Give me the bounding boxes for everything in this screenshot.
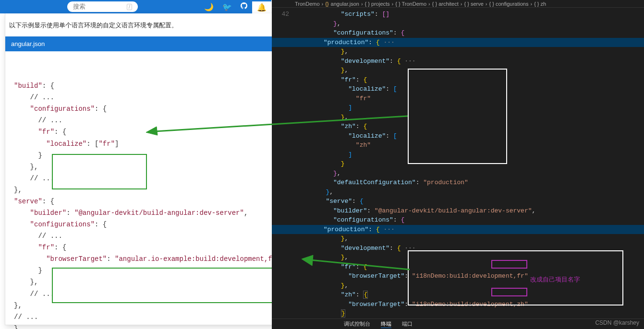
code-tab-label: angular.json: [11, 40, 45, 47]
arrow-1: [146, 113, 410, 137]
magenta-box-1: [491, 260, 527, 269]
tok: // ...: [30, 290, 54, 298]
search-shortcut: /: [127, 4, 132, 10]
search-placeholder: 搜索: [73, 2, 85, 11]
tok: "fr": [38, 128, 54, 136]
crumb[interactable]: { } projects: [365, 1, 390, 7]
tok: "build": [14, 82, 42, 90]
svg-line-1: [155, 116, 408, 131]
search-box[interactable]: 搜索 /: [67, 1, 138, 12]
moon-icon[interactable]: 🌙: [204, 2, 214, 12]
arrow-2: [302, 254, 412, 273]
highlight-box-2: [52, 268, 308, 303]
tok: // ...: [30, 94, 54, 101]
crumb[interactable]: { } configurations: [489, 1, 529, 7]
tok: "configurations": [30, 221, 95, 228]
terminal-tab-debug[interactable]: 调试控制台: [344, 320, 370, 328]
tok: // ...: [14, 313, 38, 321]
magenta-box-2: [491, 288, 527, 296]
tok: // ...: [38, 117, 62, 124]
tok: "@angular-devkit/build-angular:dev-serve…: [74, 209, 244, 217]
breadcrumb[interactable]: TronDemo › {}angular.json › { } projects…: [272, 0, 644, 8]
notification-bell[interactable]: 🔔: [252, 0, 271, 13]
tok: "serve": [14, 198, 42, 205]
highlight-box-1: [52, 154, 147, 189]
tok: "browserTarget": [46, 255, 107, 263]
vscode-panel: TronDemo › {}angular.json › { } projects…: [272, 0, 644, 329]
svg-marker-4: [302, 255, 313, 266]
tok: // ...: [38, 232, 62, 240]
watermark: CSDN @karshey: [595, 319, 639, 326]
crumb[interactable]: TronDemo: [295, 1, 320, 7]
annotation-note: 改成自己项目名字: [530, 275, 580, 284]
crumb[interactable]: { } serve: [464, 1, 483, 7]
line-number: 42: [272, 10, 296, 19]
crumb[interactable]: { } zh: [534, 1, 546, 7]
github-icon[interactable]: [241, 2, 247, 12]
tok: "angular.io-example:build:development,fr…: [115, 255, 280, 263]
crumb[interactable]: angular.json: [331, 1, 359, 7]
tok: "fr": [38, 244, 54, 251]
crumb[interactable]: { } architect: [432, 1, 459, 7]
twitter-icon[interactable]: 🐦: [222, 2, 232, 12]
white-highlight-2: [408, 250, 623, 306]
tok: "configurations": [30, 105, 95, 113]
svg-line-3: [310, 260, 410, 270]
tok: "builder": [30, 209, 67, 217]
doc-top-bar: 搜索 / 🌙 🐦 ▶: [0, 0, 267, 13]
terminal-tab-term[interactable]: 终端: [381, 320, 391, 328]
svg-marker-2: [146, 127, 158, 135]
terminal-tab-ports[interactable]: 端口: [402, 320, 413, 328]
tok: "localize": [46, 140, 86, 148]
white-highlight-1: [408, 69, 507, 164]
tok: // ...: [30, 175, 54, 182]
terminal-tabs[interactable]: 调试控制台 终端 端口: [272, 318, 644, 329]
crumb[interactable]: { } TronDemo: [395, 1, 426, 7]
tok: "fr": [98, 140, 115, 148]
